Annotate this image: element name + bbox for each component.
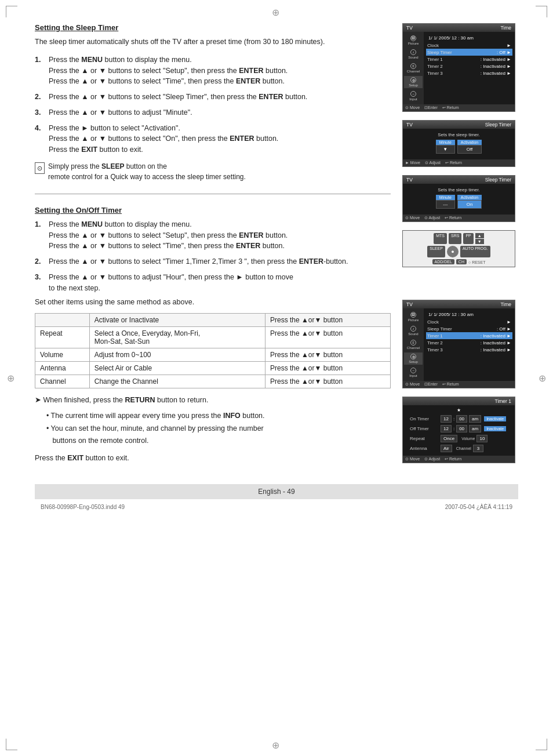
sound-icon: ♪ [410, 49, 416, 55]
table-cell: Activate or Inactivate [89, 314, 265, 327]
section-divider [35, 194, 391, 194]
on-off-step-2-content: Press the ▲ or ▼ buttons to select "Time… [49, 256, 391, 267]
page-footer: BN68-00998P-Eng-0503.indd 49 2007-05-04 … [35, 504, 518, 510]
tv-header-right-2: Time [500, 301, 511, 307]
table-cell [35, 314, 90, 327]
exit-note: Press the EXIT button to exit. [35, 454, 391, 462]
timer-off-row: Off Timer 12 : 00 am Inactivate [406, 424, 511, 434]
sleep-col-minute-2: Minute --- [436, 195, 455, 209]
sidebar-label-sound-2: Sound [408, 332, 418, 336]
timer-repeat-row: Repeat Once Volume 10 [406, 434, 511, 444]
tv-row-clock-2: Clock ► [426, 318, 512, 325]
corner-mark-tr [536, 6, 547, 17]
sidebar-picture: 🖼 Picture [404, 34, 423, 46]
sidebar-channel: ≡ Channel [404, 62, 423, 74]
table-cell: Select Air or Cable [89, 362, 265, 375]
timer-on-ampm: am [469, 415, 481, 423]
sidebar-label-channel: Channel [407, 70, 420, 73]
input-icon-2: → [410, 368, 416, 373]
page-number: English - 49 [258, 488, 294, 496]
note-icon: ⊙ [35, 162, 45, 175]
tv-body-2: 🖼 Picture ♪ Sound ≡ Channel ⚙ [403, 308, 515, 381]
sleep-return-2: ↩ Return [445, 216, 461, 220]
remote-center-row: SLEEP ● AUTO PROG. [427, 246, 490, 257]
sleep-timer-intro: The sleep timer automatically shuts off … [35, 37, 391, 48]
sleep-subtitle-1: Sets the sleep timer. [406, 132, 511, 137]
on-off-step-2-num: 2. [35, 256, 44, 267]
timer-return: ↩ Return [445, 457, 461, 461]
activation-value-2: On [457, 200, 482, 209]
channel-icon-2: ≡ [410, 340, 416, 346]
tv-row-sleep-2: Sleep Timer : Off ► [426, 325, 512, 332]
timer-1-body: ★ On Timer 12 : 00 am Inactivate Off Tim… [403, 405, 515, 456]
bullet-item-1: • The current time will appear every tim… [46, 410, 391, 422]
table-cell: Press the ▲or▼ button [265, 348, 390, 362]
corner-mark-br [536, 739, 547, 750]
step-3-content: Press the ▲ or ▼ buttons to adjust "Minu… [49, 107, 391, 118]
sleep-table-1: Minute ▼ Activation Off [406, 140, 511, 154]
sleep-subtitle-2: Sets the sleep timer. [406, 187, 511, 192]
picture-icon-2: 🖼 [410, 312, 416, 318]
remote-up-down: ▲ ▼ [475, 233, 484, 244]
sidebar-label-input-2: Input [409, 374, 417, 377]
sleep-table-2: Minute --- Activation On [406, 195, 511, 209]
on-off-step-3: 3. Press the ▲ or ▼ buttons to adjust "H… [35, 272, 391, 294]
table-cell: Change the Channel [89, 375, 265, 388]
tv-screen-sleep-header-2: TV Sleep Timer [403, 176, 515, 184]
remote-control-image: MTS SRS PP ▲ ▼ SLEEP ● AUTO PROG. ADD/DE… [402, 230, 515, 267]
settings-table: Activate or Inactivate Press the ▲or▼ bu… [35, 313, 391, 388]
footer-date: 2007-05-04 ¿ÀÈÄ 4:11:19 [445, 504, 512, 510]
table-row: Activate or Inactivate Press the ▲or▼ bu… [35, 314, 391, 327]
table-cell: Press the ▲or▼ button [265, 362, 390, 375]
sidebar-picture-2: 🖼 Picture [404, 311, 423, 323]
sleep-header-right-2: Sleep Timer [485, 177, 511, 183]
picture-icon: 🖼 [410, 35, 416, 41]
timer-off-label: Off Timer [410, 426, 439, 431]
tv-date-1: 1/ 1/ 2005/ 12 : 30 am [426, 34, 512, 42]
step-3-num: 3. [35, 107, 44, 118]
corner-mark-tl [6, 6, 17, 17]
sidebar-label-picture: Picture [408, 42, 419, 45]
minute-header-2: Minute [436, 195, 455, 200]
remote-top-row: MTS SRS PP ▲ ▼ [434, 233, 483, 244]
tv-sidebar-1: 🖼 Picture ♪ Sound ≡ Channel ⚙ [403, 32, 424, 104]
tv-header-left-1: TV [406, 25, 413, 31]
table-cell: Repeat [35, 327, 90, 348]
sleep-timer-section: Setting the Sleep Timer The sleep timer … [35, 23, 391, 182]
page-number-bar: English - 49 [35, 484, 518, 499]
tv-row-timer2-2: Timer 2 : Inactivated ► [426, 339, 512, 346]
sleep-col-activation-2: Activation On [457, 195, 482, 209]
tv-sidebar-2: 🖼 Picture ♪ Sound ≡ Channel ⚙ [403, 308, 424, 381]
table-row: Channel Change the Channel Press the ▲or… [35, 375, 391, 388]
step-1-num: 1. [35, 54, 44, 87]
timer-1-footer: ⊙ Move ⊙ Adjust ↩ Return [403, 456, 515, 463]
minute-header-1: Minute [436, 140, 455, 145]
timer-on-min: 00 [456, 415, 467, 423]
tv-row-timer3-2: Timer 3 : Inactivated ► [426, 346, 512, 353]
sleep-adjust-1: ⊙ Adjust [425, 161, 441, 165]
tv-row-timer1-2: Timer 1 : Inactivated ► [426, 332, 512, 339]
sleep-timer-note: ⊙ Simply press the SLEEP button on the r… [35, 161, 391, 182]
note-text: Simply press the SLEEP button on the rem… [48, 161, 246, 182]
sidebar-label-channel-2: Channel [407, 346, 420, 350]
timer-antenna-value: Air [441, 445, 452, 452]
footer-return-1: ↩ Return [442, 106, 459, 110]
table-row: Antenna Select Air or Cable Press the ▲o… [35, 362, 391, 375]
timer-antenna-label: Antenna [410, 446, 439, 451]
tv-row-clock-1: Clock ► [426, 42, 512, 49]
activation-header-1: Activation [457, 140, 482, 145]
footer-move-2: ⊙ Move [405, 382, 420, 387]
table-cell: Antenna [35, 362, 90, 375]
tv-header-left-2: TV [406, 301, 413, 307]
table-cell: Press the ▲or▼ button [265, 327, 390, 348]
sleep-header-right-1: Sleep Timer [485, 122, 511, 128]
sleep-step-3: 3. Press the ▲ or ▼ buttons to adjust "M… [35, 107, 391, 118]
remote-btn-ch: CH [456, 259, 467, 264]
set-other-text: Set other items using the same method as… [35, 298, 391, 306]
footer-enter-2: ⊡Enter [424, 382, 438, 387]
timer-off-min: 00 [456, 425, 467, 432]
table-cell: Volume [35, 348, 90, 362]
timer-adjust: ⊙ Adjust [424, 457, 440, 461]
channel-label: Channel [456, 446, 471, 450]
timer-on-label: On Timer [410, 416, 439, 421]
